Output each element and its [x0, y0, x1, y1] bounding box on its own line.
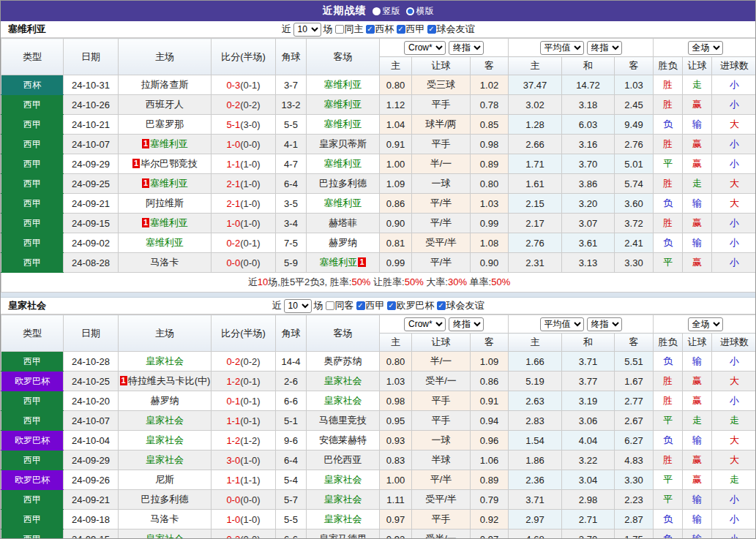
handicap-cell: 受平/半 — [412, 233, 471, 253]
checkbox-unchecked-icon[interactable] — [326, 301, 334, 310]
away-team-cell: 赫塔菲 — [307, 214, 380, 233]
result-handicap-cell: 赢 — [683, 154, 712, 174]
scope-select[interactable]: 全场 — [688, 317, 723, 331]
team-link: 赫罗纳 — [329, 237, 357, 248]
bookmaker-select[interactable]: Crow* — [404, 41, 446, 55]
handicap-cell: 半/一 — [412, 352, 471, 372]
fulltime-score: 1-2 — [226, 435, 240, 446]
avg-home-cell: 2.36 — [509, 470, 562, 490]
checkbox-checked-icon[interactable] — [437, 301, 446, 310]
home-team-cell: 塞维利亚 — [119, 233, 212, 253]
avg-home-cell: 2.63 — [509, 391, 562, 411]
team-link: 皇家社会 — [146, 434, 184, 445]
column-header: 角球 — [276, 315, 307, 352]
odds-away-cell: 0.98 — [471, 135, 509, 154]
corners-cell: 6-6 — [276, 391, 307, 411]
corners-cell: 7-5 — [276, 233, 307, 253]
avg-away-cell: 5.51 — [615, 352, 654, 372]
match-count-select[interactable]: 10 — [293, 23, 321, 37]
odds-home-cell: 1.11 — [380, 490, 412, 510]
match-row: 西甲24-10-26西班牙人0-2(0-2)13-2塞维利亚1.12平手0.78… — [1, 95, 756, 115]
title-bar: 近期战绩 竖版 横版 — [1, 1, 755, 21]
average-select[interactable]: 平均值 — [540, 317, 584, 331]
column-subheader: 主 — [380, 57, 412, 75]
result-handicap-cell: 赢 — [683, 451, 712, 470]
competition-cell: 西甲 — [1, 451, 64, 470]
halftime-score: (1-0) — [240, 218, 260, 229]
checkbox-checked-icon[interactable] — [387, 301, 396, 310]
competition-cell: 西甲 — [1, 510, 64, 529]
filter-checkbox[interactable]: 西甲 — [397, 23, 425, 36]
checkbox-label: 西甲 — [406, 23, 425, 36]
avg-away-cell: 2.87 — [615, 510, 654, 529]
halftime-score: (0-0) — [240, 139, 260, 150]
summary-cell: 近10场,胜5平2负3, 胜率:50% 让胜率:50% 大率:30% 单率:50… — [1, 273, 756, 293]
match-count-select[interactable]: 10 — [284, 299, 312, 313]
scope-select[interactable]: 全场 — [688, 41, 723, 55]
odds-home-cell: 0.99 — [380, 253, 412, 273]
result-goals-cell: 小 — [712, 510, 756, 529]
column-subheader: 让球 — [412, 333, 471, 352]
away-team-cell: 塞维利亚1 — [307, 253, 380, 273]
average-select[interactable]: 平均值 — [540, 41, 584, 55]
checkbox-checked-icon[interactable] — [427, 25, 436, 34]
home-team-cell: 1塞维利亚 — [119, 135, 212, 154]
team-name: 塞维利亚 — [8, 23, 46, 36]
bookmaker-select[interactable]: Crow* — [404, 317, 446, 331]
fulltime-score: 0-2 — [226, 534, 240, 539]
layout-radio-vertical[interactable]: 竖版 — [373, 5, 400, 18]
bookmaker-select-group: Crow*终指 — [380, 39, 509, 57]
radio-button-icon[interactable] — [406, 7, 414, 15]
column-subheader: 胜负 — [654, 333, 683, 352]
layout-radio-horizontal[interactable]: 横版 — [406, 5, 434, 18]
average-stage-select[interactable]: 终指 — [587, 41, 622, 55]
handicap-cell: 一球 — [412, 431, 471, 451]
date-cell: 24-10-31 — [64, 75, 119, 95]
team-link: 巴塞罗那 — [146, 118, 184, 129]
filter-checkbox[interactable]: 西甲 — [356, 299, 385, 312]
handicap-cell: 受平/半 — [412, 490, 471, 510]
home-team-cell: 巴塞罗那 — [119, 115, 212, 135]
column-subheader: 客 — [471, 333, 509, 352]
result-goals-cell: 大 — [712, 372, 756, 391]
result-handicap-cell: 赢 — [683, 470, 712, 490]
odds-stage-select[interactable]: 终指 — [449, 41, 484, 55]
radio-button-icon[interactable] — [373, 7, 381, 15]
filter-checkbox[interactable]: 欧罗巴杯 — [387, 299, 435, 312]
column-subheader: 主 — [380, 333, 412, 352]
fulltime-score: 1-0 — [226, 139, 240, 150]
away-team-cell: 巴伦西亚 — [307, 451, 380, 470]
odds-stage-select[interactable]: 终指 — [449, 317, 484, 331]
average-stage-select[interactable]: 终指 — [587, 317, 622, 331]
filter-checkbox[interactable]: 同主 — [335, 23, 364, 36]
filter-checkbox[interactable]: 球会友谊 — [437, 299, 484, 312]
avg-away-cell: 5.74 — [615, 174, 654, 194]
filter-checkbox[interactable]: 西杯 — [366, 23, 394, 36]
checkbox-unchecked-icon[interactable] — [335, 25, 344, 34]
team-link: 巴拉多利德 — [141, 494, 189, 505]
fulltime-score: 5-1 — [226, 119, 240, 130]
checkbox-checked-icon[interactable] — [356, 301, 365, 310]
avg-draw-cell: 4.04 — [562, 431, 615, 451]
date-cell: 24-09-21 — [64, 490, 119, 510]
checkbox-label: 同主 — [345, 23, 364, 36]
odds-home-cell: 0.97 — [380, 510, 412, 529]
team-link: 阿拉维斯 — [146, 197, 184, 208]
result-wdl-cell: 负 — [654, 510, 683, 529]
checkbox-checked-icon[interactable] — [366, 25, 375, 34]
filter-checkbox[interactable]: 球会友谊 — [427, 23, 475, 36]
fulltime-score: 1-1 — [226, 475, 240, 486]
competition-cell: 西甲 — [1, 214, 64, 233]
odds-home-cell: 1.00 — [380, 154, 412, 174]
odds-home-cell: 1.00 — [380, 470, 412, 490]
result-handicap-cell: 走 — [683, 411, 712, 431]
avg-draw-cell: 3.13 — [562, 253, 615, 273]
checkbox-label: 同客 — [335, 299, 354, 312]
odds-away-cell: 1.03 — [471, 194, 509, 214]
filter-checkbox[interactable]: 同客 — [326, 299, 354, 312]
section-separator — [1, 293, 755, 298]
summary-segment: 近 — [248, 276, 258, 287]
home-team-cell: 皇家社会 — [119, 431, 212, 451]
checkbox-checked-icon[interactable] — [397, 25, 405, 34]
corners-cell: 4-7 — [276, 154, 307, 174]
